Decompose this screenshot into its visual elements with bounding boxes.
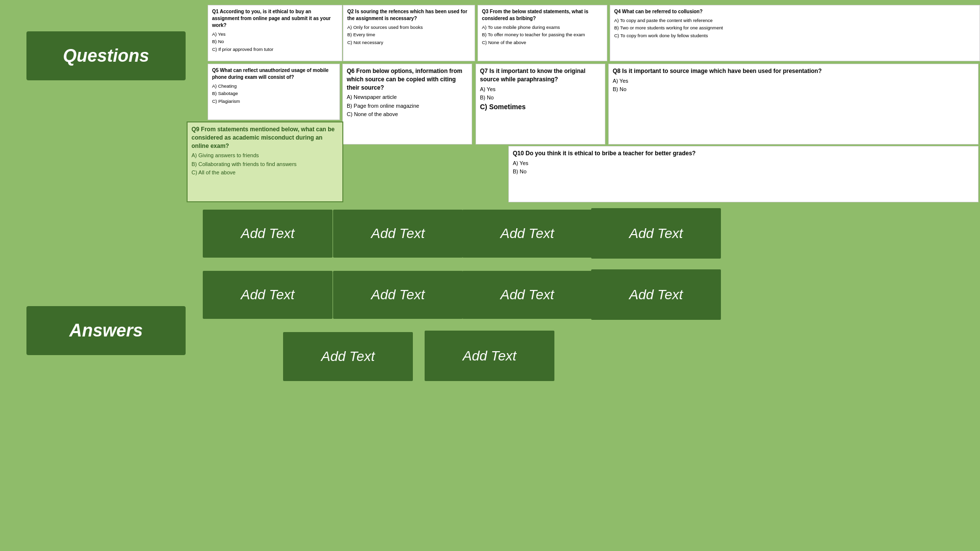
q10-option-a: A) Yes [513,160,974,167]
answer-box-r1-c1-label: Add Text [241,226,294,241]
questions-label: Questions [26,31,186,80]
q3-option-c: C) None of the above [482,39,603,46]
q5-title: Q5 What can reflect unauthorized usage o… [212,67,335,81]
question-card-q4: Q4 What can be referred to collusion? A)… [610,5,980,61]
q7-option-a: A) Yes [480,86,601,93]
q1-option-c: C) If prior approved from tutor [212,46,338,52]
question-card-q6: Q6 From below options, information from … [342,64,472,144]
question-card-q1: Q1 According to you, is it ethical to bu… [208,5,342,61]
q2-option-c: C) Not necessary [347,39,471,46]
q3-option-b: B) To offer money to teacher for passing… [482,31,603,38]
question-card-q2: Q2 Is souring the refences which has bee… [343,5,475,61]
questions-title: Questions [63,46,149,66]
q7-title: Q7 Is it important to know the original … [480,67,601,84]
q4-option-b: B) Two or more students working for one … [614,24,976,31]
answer-box-r2-c4[interactable]: Add Text [591,269,721,320]
q7-option-b: B) No [480,94,601,101]
answer-box-r2-c3[interactable]: Add Text [462,271,592,319]
question-card-q9: Q9 From statements mentioned below, what… [187,121,343,202]
q4-option-c: C) To copy from work done by fellow stud… [614,32,976,39]
q9-option-c: C) All of the above [191,169,338,176]
q2-option-a: A) Only for sources used from books [347,24,471,30]
answer-box-r2-c1-label: Add Text [241,287,294,303]
answer-box-r1-c3[interactable]: Add Text [462,210,592,258]
answer-box-r1-c4-label: Add Text [629,226,683,241]
answer-box-r3-c2-label: Add Text [463,348,516,364]
answer-box-r2-c2-label: Add Text [371,287,425,303]
q5-option-b: B) Sabotage [212,90,335,96]
question-card-q3: Q3 From the below stated statements, wha… [478,5,607,61]
answers-title: Answers [69,320,143,341]
answer-box-r3-c2[interactable]: Add Text [425,331,554,381]
q10-option-b: B) No [513,168,974,175]
answer-box-r2-c3-label: Add Text [501,287,554,303]
q4-title: Q4 What can be referred to collusion? [614,8,976,15]
question-card-q7: Q7 Is it important to know the original … [476,64,605,144]
answer-box-r1-c1[interactable]: Add Text [203,210,333,258]
q3-title: Q3 From the below stated statements, wha… [482,8,603,22]
q5-option-a: A) Cheating [212,83,335,89]
answer-box-r2-c1[interactable]: Add Text [203,271,333,319]
q1-title: Q1 According to you, is it ethical to bu… [212,8,338,29]
answer-box-r2-c4-label: Add Text [629,287,683,303]
q2-title: Q2 Is souring the refences which has bee… [347,8,471,22]
q8-option-a: A) Yes [613,77,974,85]
q9-option-a: A) Giving answers to friends [191,152,338,159]
answers-label: Answers [26,306,186,355]
answer-box-r1-c2-label: Add Text [371,226,425,241]
question-card-q8: Q8 Is it important to source image which… [608,64,979,144]
q6-option-a: A) Newspaper article [347,94,468,101]
q6-title: Q6 From below options, information from … [347,67,468,92]
answer-box-r1-c4[interactable]: Add Text [591,208,721,259]
answer-box-r1-c2[interactable]: Add Text [333,210,463,258]
question-card-q5: Q5 What can reflect unauthorized usage o… [208,64,340,120]
q10-title: Q10 Do you think it is ethical to bribe … [513,149,974,158]
question-card-q10: Q10 Do you think it is ethical to bribe … [508,146,979,202]
q8-option-b: B) No [613,86,974,93]
answer-box-r3-c1[interactable]: Add Text [283,332,413,381]
q9-option-b: B) Collaborating with friends to find an… [191,161,338,168]
q3-option-a: A) To use mobile phone during exams [482,24,603,30]
q1-option-b: B) No [212,38,338,45]
q5-option-c: C) Plagiarism [212,98,335,104]
answer-box-r3-c1-label: Add Text [321,349,375,364]
q2-option-b: B) Every time [347,31,471,38]
answer-box-r2-c2[interactable]: Add Text [333,271,463,319]
q6-option-b: B) Page from online magazine [347,102,468,110]
q4-option-a: A) To copy and paste the content with re… [614,17,976,24]
q7-option-c: C) Sometimes [480,102,601,112]
q1-option-a: A) Yes [212,31,338,37]
q8-title: Q8 Is it important to source image which… [613,67,974,75]
q9-title: Q9 From statements mentioned below, what… [191,125,338,150]
answer-box-r1-c3-label: Add Text [501,226,554,241]
q6-option-c: C) None of the above [347,111,468,118]
